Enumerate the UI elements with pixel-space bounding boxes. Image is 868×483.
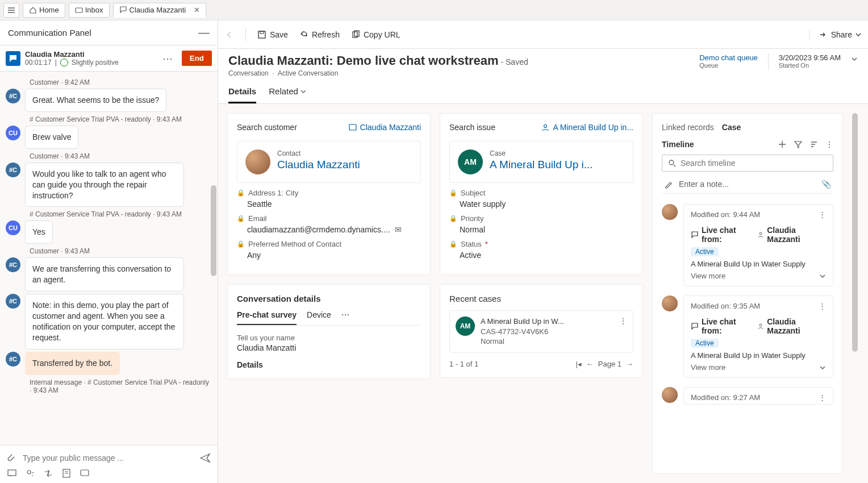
timeline-item[interactable]: Modified on: 9:27 AM⋮ — [683, 387, 833, 405]
email-action-icon[interactable]: ✉ — [395, 225, 402, 234]
tab-related[interactable]: Related — [269, 83, 306, 103]
timeline-item-more[interactable]: ⋮ — [819, 302, 826, 310]
note-input[interactable]: Enter a note... — [679, 180, 816, 189]
timeline-item-desc: A Mineral Build Up in Water Supply — [691, 351, 826, 360]
lock-icon: 🔒 — [237, 189, 245, 197]
subject-value: Water supply — [449, 197, 633, 209]
sentiment-icon — [60, 59, 68, 66]
tab-more[interactable]: ⋯ — [341, 310, 349, 325]
attach-icon[interactable]: 📎 — [821, 180, 831, 189]
attach-icon[interactable] — [7, 453, 17, 463]
queue-field[interactable]: Demo chat queue Queue — [699, 53, 758, 69]
email-label: Email — [248, 214, 267, 223]
address-label: Address 1: City — [248, 189, 298, 197]
home-icon — [29, 6, 37, 14]
share-button[interactable]: Share — [809, 30, 861, 39]
survey-question: Tell us your name — [237, 334, 421, 342]
copy-icon — [351, 30, 360, 39]
avatar-customer: CU — [6, 220, 20, 235]
chevron-down-icon[interactable] — [819, 273, 826, 280]
recent-case-title[interactable]: A Mineral Build Up in W... — [481, 317, 614, 327]
save-button[interactable]: Save — [257, 30, 288, 39]
timeline-item-more[interactable]: ⋮ — [819, 393, 826, 402]
chat-icon — [119, 6, 127, 14]
timeline-search-input[interactable] — [681, 159, 827, 168]
top-tab-bar: Home Inbox Claudia Mazzanti ✕ — [0, 0, 868, 20]
timeline-item[interactable]: Modified on: 9:44 AM⋮ Live chat from: Cl… — [683, 204, 833, 286]
recent-cases-title: Recent cases — [449, 294, 633, 303]
home-tab[interactable]: Home — [23, 3, 65, 18]
case-name-link[interactable]: A Mineral Build Up i... — [490, 159, 625, 171]
contact-name-link[interactable]: Claudia Mazzanti — [277, 159, 412, 171]
inbox-icon — [75, 6, 83, 14]
pager-prev-icon[interactable]: ← — [586, 360, 594, 368]
send-icon[interactable] — [199, 452, 211, 464]
linked-records-label: Linked records — [662, 123, 714, 132]
quick-reply-icon[interactable] — [7, 468, 17, 478]
save-icon — [257, 30, 266, 39]
priority-label: Priority — [461, 214, 483, 223]
timeline-item-more[interactable]: ⋮ — [819, 210, 826, 219]
pager-first-icon[interactable]: |◂ — [575, 360, 581, 368]
share-icon — [819, 30, 828, 39]
timeline-item[interactable]: Modified on: 9:35 AM⋮ Live chat from: Cl… — [683, 295, 833, 378]
chat-session-icon — [6, 51, 20, 66]
details-section-label: Details — [237, 360, 421, 369]
case-avatar: AM — [458, 149, 483, 174]
timeline-sort-icon[interactable] — [809, 140, 819, 149]
kb-icon[interactable] — [80, 468, 90, 478]
hamburger-button[interactable] — [3, 3, 19, 18]
tab-device[interactable]: Device — [307, 310, 331, 325]
collapse-button[interactable]: — — [198, 26, 210, 39]
notes-icon[interactable] — [61, 468, 72, 478]
content-scrollbar[interactable] — [851, 113, 859, 474]
refresh-button[interactable]: Refresh — [299, 30, 340, 39]
customer-link[interactable]: Claudia Mazzanti — [349, 123, 421, 132]
svg-point-11 — [669, 160, 674, 165]
chat-scrollbar[interactable] — [210, 72, 218, 445]
chat-transcript[interactable]: Customer · 9:42 AM #CGreat. What seems t… — [0, 72, 218, 445]
session-more-button[interactable]: ⋯ — [158, 52, 177, 65]
session-timer: 00:01:17 — [25, 59, 52, 66]
transfer-icon[interactable] — [43, 468, 53, 478]
svg-rect-5 — [258, 31, 265, 38]
case-more-button[interactable]: ⋮ — [619, 317, 627, 347]
view-more-link[interactable]: View more — [691, 272, 725, 280]
session-tab[interactable]: Claudia Mazzanti ✕ — [113, 3, 207, 18]
recent-case-number: CAS-47732-V4V6K6 — [481, 327, 614, 337]
msg-meta: Customer · 9:43 AM — [30, 152, 210, 160]
timeline-more-icon[interactable]: ⋮ — [825, 140, 833, 149]
copy-url-button[interactable]: Copy URL — [351, 30, 400, 39]
avatar-bot: #C — [6, 257, 20, 272]
tab-details[interactable]: Details — [228, 83, 256, 103]
form-name: Active Conversation — [278, 69, 339, 77]
comm-panel-title: Communication Panel — [8, 28, 91, 38]
view-more-link[interactable]: View more — [691, 363, 725, 372]
chevron-down-icon[interactable] — [819, 364, 826, 371]
pager-next-icon[interactable]: → — [626, 360, 633, 368]
session-name: Claudia Mazzanti — [25, 50, 153, 59]
timeline-title: Timeline — [662, 140, 694, 149]
timeline-filter-icon[interactable] — [794, 140, 803, 149]
chat-bubble-transfer: Transferred by the bot. — [25, 352, 120, 375]
hamburger-icon — [7, 6, 15, 14]
chat-bubble: Brew valve — [25, 126, 78, 149]
chat-bubble: Would you like to talk to an agent who c… — [25, 163, 184, 207]
inbox-tab[interactable]: Inbox — [69, 3, 110, 18]
linked-record-type[interactable]: Case — [722, 123, 741, 132]
inbox-label: Inbox — [85, 6, 103, 14]
compose-area — [0, 445, 218, 483]
lock-icon: 🔒 — [449, 189, 457, 197]
issue-link[interactable]: A Mineral Build Up in... — [541, 123, 633, 132]
close-icon[interactable]: ✕ — [194, 6, 200, 14]
end-button[interactable]: End — [182, 51, 212, 66]
subject-label: Subject — [461, 189, 485, 197]
consult-icon[interactable] — [25, 468, 35, 478]
timeline-search[interactable] — [662, 155, 833, 172]
header-chevron-icon[interactable] — [851, 53, 858, 63]
conversation-details-card: Conversation details Pre-chat survey Dev… — [227, 284, 431, 379]
tab-prechat[interactable]: Pre-chat survey — [237, 310, 297, 325]
back-button[interactable] — [225, 30, 234, 39]
timeline-add-icon[interactable] — [778, 140, 787, 149]
compose-input[interactable] — [23, 450, 194, 466]
